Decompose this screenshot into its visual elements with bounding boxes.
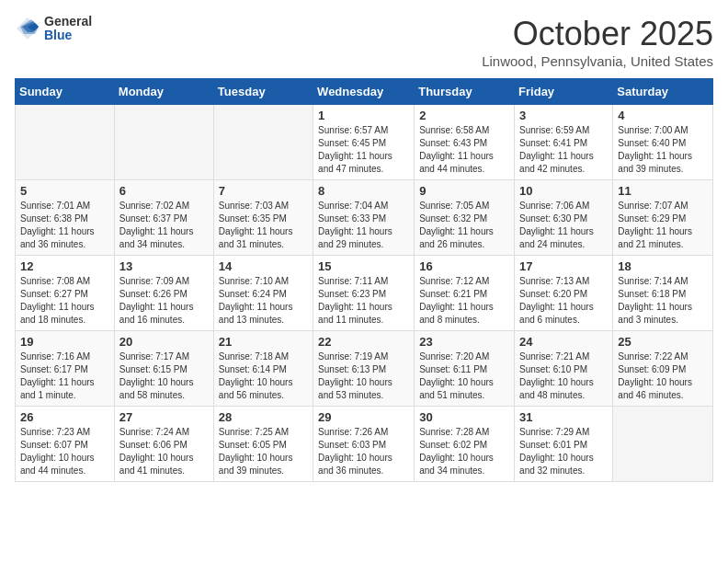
day-info: Sunrise: 7:12 AMSunset: 6:21 PMDaylight:… — [419, 275, 509, 327]
logo-blue-text: Blue — [44, 29, 92, 42]
day-info: Sunrise: 7:25 AMSunset: 6:05 PMDaylight:… — [219, 426, 308, 477]
day-info: Sunrise: 7:26 AMSunset: 6:03 PMDaylight:… — [318, 426, 409, 477]
day-info: Sunrise: 7:01 AMSunset: 6:38 PMDaylight:… — [20, 200, 109, 251]
calendar-cell: 16Sunrise: 7:12 AMSunset: 6:21 PMDayligh… — [415, 256, 515, 331]
logo-text: General Blue — [44, 15, 92, 43]
week-row-1: 1Sunrise: 6:57 AMSunset: 6:45 PMDaylight… — [16, 105, 713, 180]
calendar-cell: 10Sunrise: 7:06 AMSunset: 6:30 PMDayligh… — [515, 180, 613, 256]
logo-general-text: General — [44, 15, 92, 29]
day-number: 16 — [419, 259, 509, 273]
calendar-cell: 26Sunrise: 7:23 AMSunset: 6:07 PMDayligh… — [16, 407, 115, 482]
header-monday: Monday — [114, 79, 213, 105]
header-sunday: Sunday — [16, 79, 115, 105]
day-info: Sunrise: 7:23 AMSunset: 6:07 PMDaylight:… — [20, 426, 109, 477]
calendar-cell: 9Sunrise: 7:05 AMSunset: 6:32 PMDaylight… — [415, 180, 515, 256]
day-info: Sunrise: 7:19 AMSunset: 6:13 PMDaylight:… — [318, 350, 409, 402]
day-info: Sunrise: 7:08 AMSunset: 6:27 PMDaylight:… — [20, 275, 109, 327]
calendar-cell: 23Sunrise: 7:20 AMSunset: 6:11 PMDayligh… — [415, 331, 515, 407]
day-info: Sunrise: 7:11 AMSunset: 6:23 PMDaylight:… — [318, 275, 409, 327]
day-number: 4 — [618, 109, 708, 122]
day-number: 11 — [618, 184, 708, 198]
calendar-cell — [16, 105, 115, 180]
calendar-cell: 17Sunrise: 7:13 AMSunset: 6:20 PMDayligh… — [515, 256, 613, 331]
day-info: Sunrise: 6:59 AMSunset: 6:41 PMDaylight:… — [519, 124, 608, 176]
calendar-cell: 5Sunrise: 7:01 AMSunset: 6:38 PMDaylight… — [16, 180, 115, 256]
day-info: Sunrise: 7:09 AMSunset: 6:26 PMDaylight:… — [119, 275, 209, 327]
page-header: General Blue October 2025 Linwood, Penns… — [15, 15, 713, 69]
location: Linwood, Pennsylvania, United States — [482, 53, 713, 69]
day-number: 26 — [20, 410, 109, 424]
calendar-cell — [213, 105, 313, 180]
day-info: Sunrise: 7:06 AMSunset: 6:30 PMDaylight:… — [519, 200, 608, 251]
day-number: 22 — [318, 335, 409, 349]
header-tuesday: Tuesday — [213, 79, 313, 105]
calendar-cell: 24Sunrise: 7:21 AMSunset: 6:10 PMDayligh… — [515, 331, 613, 407]
day-number: 8 — [318, 184, 409, 198]
day-info: Sunrise: 7:17 AMSunset: 6:15 PMDaylight:… — [119, 350, 209, 402]
day-number: 5 — [20, 184, 109, 198]
calendar-cell: 11Sunrise: 7:07 AMSunset: 6:29 PMDayligh… — [613, 180, 713, 256]
calendar-cell: 7Sunrise: 7:03 AMSunset: 6:35 PMDaylight… — [213, 180, 313, 256]
day-info: Sunrise: 7:10 AMSunset: 6:24 PMDaylight:… — [219, 275, 308, 327]
day-info: Sunrise: 7:05 AMSunset: 6:32 PMDaylight:… — [419, 200, 509, 251]
day-info: Sunrise: 7:04 AMSunset: 6:33 PMDaylight:… — [318, 200, 409, 251]
day-number: 18 — [618, 259, 708, 273]
day-info: Sunrise: 6:58 AMSunset: 6:43 PMDaylight:… — [419, 124, 509, 176]
day-number: 15 — [318, 259, 409, 273]
day-info: Sunrise: 7:13 AMSunset: 6:20 PMDaylight:… — [519, 275, 608, 327]
week-row-5: 26Sunrise: 7:23 AMSunset: 6:07 PMDayligh… — [16, 407, 713, 482]
day-number: 27 — [119, 410, 209, 424]
day-info: Sunrise: 7:29 AMSunset: 6:01 PMDaylight:… — [519, 426, 608, 477]
calendar-cell: 20Sunrise: 7:17 AMSunset: 6:15 PMDayligh… — [114, 331, 213, 407]
day-number: 21 — [219, 335, 308, 349]
day-info: Sunrise: 7:00 AMSunset: 6:40 PMDaylight:… — [618, 124, 708, 176]
title-area: October 2025 Linwood, Pennsylvania, Unit… — [482, 15, 713, 69]
day-number: 3 — [519, 109, 608, 122]
day-number: 30 — [419, 410, 509, 424]
day-number: 25 — [618, 335, 708, 349]
header-row: SundayMondayTuesdayWednesdayThursdayFrid… — [16, 79, 713, 105]
calendar-table: SundayMondayTuesdayWednesdayThursdayFrid… — [15, 78, 713, 482]
header-thursday: Thursday — [415, 79, 515, 105]
day-number: 19 — [20, 335, 109, 349]
calendar-cell: 28Sunrise: 7:25 AMSunset: 6:05 PMDayligh… — [213, 407, 313, 482]
day-number: 10 — [519, 184, 608, 198]
day-number: 13 — [119, 259, 209, 273]
day-number: 2 — [419, 109, 509, 122]
day-info: Sunrise: 7:21 AMSunset: 6:10 PMDaylight:… — [519, 350, 608, 402]
day-info: Sunrise: 7:16 AMSunset: 6:17 PMDaylight:… — [20, 350, 109, 402]
day-number: 24 — [519, 335, 608, 349]
day-info: Sunrise: 7:14 AMSunset: 6:18 PMDaylight:… — [618, 275, 708, 327]
calendar-cell: 14Sunrise: 7:10 AMSunset: 6:24 PMDayligh… — [213, 256, 313, 331]
calendar-cell: 18Sunrise: 7:14 AMSunset: 6:18 PMDayligh… — [613, 256, 713, 331]
month-title: October 2025 — [482, 15, 713, 53]
day-info: Sunrise: 7:18 AMSunset: 6:14 PMDaylight:… — [219, 350, 308, 402]
calendar-cell: 21Sunrise: 7:18 AMSunset: 6:14 PMDayligh… — [213, 331, 313, 407]
day-number: 20 — [119, 335, 209, 349]
day-number: 29 — [318, 410, 409, 424]
day-number: 6 — [119, 184, 209, 198]
day-number: 31 — [519, 410, 608, 424]
day-number: 9 — [419, 184, 509, 198]
calendar-cell: 29Sunrise: 7:26 AMSunset: 6:03 PMDayligh… — [313, 407, 415, 482]
day-info: Sunrise: 7:03 AMSunset: 6:35 PMDaylight:… — [219, 200, 308, 251]
calendar-cell: 27Sunrise: 7:24 AMSunset: 6:06 PMDayligh… — [114, 407, 213, 482]
calendar-cell: 19Sunrise: 7:16 AMSunset: 6:17 PMDayligh… — [16, 331, 115, 407]
day-info: Sunrise: 7:20 AMSunset: 6:11 PMDaylight:… — [419, 350, 509, 402]
header-saturday: Saturday — [613, 79, 713, 105]
header-wednesday: Wednesday — [313, 79, 415, 105]
day-info: Sunrise: 7:22 AMSunset: 6:09 PMDaylight:… — [618, 350, 708, 402]
day-number: 1 — [318, 109, 409, 122]
day-number: 12 — [20, 259, 109, 273]
week-row-3: 12Sunrise: 7:08 AMSunset: 6:27 PMDayligh… — [16, 256, 713, 331]
calendar-cell: 31Sunrise: 7:29 AMSunset: 6:01 PMDayligh… — [515, 407, 613, 482]
logo-icon — [15, 16, 40, 41]
week-row-2: 5Sunrise: 7:01 AMSunset: 6:38 PMDaylight… — [16, 180, 713, 256]
day-info: Sunrise: 7:24 AMSunset: 6:06 PMDaylight:… — [119, 426, 209, 477]
calendar-cell: 3Sunrise: 6:59 AMSunset: 6:41 PMDaylight… — [515, 105, 613, 180]
calendar-cell: 22Sunrise: 7:19 AMSunset: 6:13 PMDayligh… — [313, 331, 415, 407]
day-info: Sunrise: 7:07 AMSunset: 6:29 PMDaylight:… — [618, 200, 708, 251]
header-friday: Friday — [515, 79, 613, 105]
day-info: Sunrise: 7:02 AMSunset: 6:37 PMDaylight:… — [119, 200, 209, 251]
day-number: 17 — [519, 259, 608, 273]
